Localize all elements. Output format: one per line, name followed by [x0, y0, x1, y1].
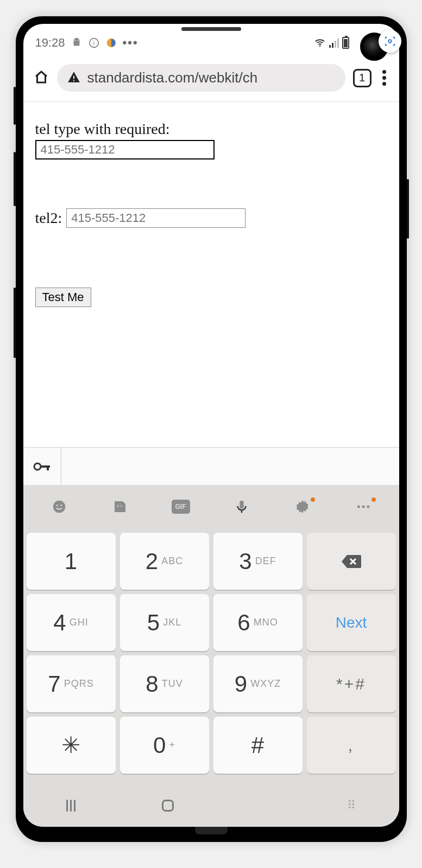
- key-✳[interactable]: ✳: [27, 717, 116, 774]
- key-3[interactable]: 3DEF: [213, 533, 303, 590]
- wifi-icon: [314, 37, 326, 49]
- browser-notif-icon: [105, 37, 117, 49]
- recents-button[interactable]: [66, 800, 75, 812]
- volume-down-button: [14, 288, 16, 358]
- page-content: tel type with required: tel2: Test Me: [23, 102, 399, 326]
- key-9[interactable]: 9WXYZ: [213, 655, 303, 712]
- svg-rect-11: [47, 465, 49, 470]
- svg-point-19: [357, 506, 360, 508]
- svg-point-15: [117, 506, 119, 507]
- home-icon[interactable]: [33, 69, 49, 87]
- volume-up-button: [14, 152, 16, 206]
- key-4[interactable]: 4GHI: [27, 594, 116, 651]
- browser-toolbar: standardista.com/webkit/ch 1: [23, 56, 399, 102]
- insecure-warning-icon: [67, 70, 81, 86]
- navigation-bar: ⠿: [23, 789, 399, 827]
- key-symbols[interactable]: ,: [307, 717, 396, 774]
- power-button: [407, 179, 409, 239]
- key-#[interactable]: #: [213, 717, 303, 774]
- tel1-label: tel type with required:: [35, 120, 387, 138]
- key-6[interactable]: 6MNO: [213, 594, 303, 651]
- svg-point-6: [319, 45, 320, 47]
- key-2[interactable]: 2ABC: [120, 533, 209, 590]
- bixby-button: [14, 87, 16, 125]
- battery-icon: [342, 37, 349, 49]
- svg-point-9: [34, 463, 41, 470]
- svg-point-12: [53, 501, 65, 513]
- svg-point-0: [388, 40, 392, 43]
- svg-rect-7: [73, 75, 74, 78]
- url-text: standardista.com/webkit/ch: [87, 69, 258, 86]
- tabs-button[interactable]: 1: [353, 69, 371, 87]
- more-icon[interactable]: [350, 499, 377, 515]
- info-icon: i: [88, 37, 100, 49]
- key-0[interactable]: 0+: [120, 717, 209, 774]
- lens-search-button[interactable]: [379, 30, 401, 53]
- status-time: 19:28: [35, 36, 65, 50]
- svg-rect-8: [73, 80, 74, 81]
- keyboard-switch-icon[interactable]: ⠿: [347, 799, 356, 813]
- android-debug-icon: [71, 37, 83, 49]
- svg-point-14: [60, 505, 62, 506]
- key-backspace[interactable]: [307, 533, 396, 590]
- svg-point-20: [362, 506, 364, 508]
- speaker-grille: [181, 27, 241, 31]
- key-8[interactable]: 8TUV: [120, 655, 209, 712]
- key-5[interactable]: 5JKL: [120, 594, 209, 651]
- svg-rect-17: [240, 501, 244, 509]
- more-notifications-icon: •••: [123, 36, 138, 50]
- gif-icon[interactable]: GIF: [167, 500, 194, 514]
- key-1[interactable]: 1: [27, 533, 116, 590]
- home-button[interactable]: [162, 800, 174, 812]
- key-next[interactable]: Next: [307, 594, 396, 651]
- emoji-icon[interactable]: [46, 499, 73, 515]
- submit-button[interactable]: Test Me: [35, 288, 91, 307]
- svg-point-16: [121, 506, 122, 507]
- sticker-icon[interactable]: [106, 499, 134, 515]
- svg-point-2: [77, 40, 78, 41]
- password-key-icon[interactable]: [23, 448, 61, 485]
- menu-button[interactable]: [379, 70, 389, 86]
- tel2-label: tel2:: [35, 209, 62, 227]
- keyboard-toolbar: GIF: [23, 485, 399, 528]
- mic-icon[interactable]: [228, 499, 255, 515]
- tel2-input[interactable]: [66, 208, 245, 228]
- usb-cable: [195, 827, 228, 834]
- svg-point-21: [367, 506, 369, 508]
- tel1-input[interactable]: [35, 140, 215, 159]
- settings-icon[interactable]: [289, 499, 316, 515]
- svg-text:i: i: [93, 40, 94, 46]
- tab-count: 1: [359, 72, 365, 84]
- svg-point-1: [74, 40, 75, 41]
- svg-point-13: [56, 505, 58, 506]
- key-7[interactable]: 7PQRS: [27, 655, 116, 712]
- address-bar[interactable]: standardista.com/webkit/ch: [57, 64, 345, 92]
- numeric-keypad: 12ABC3DEF4GHI5JKL6MNONext7PQRS8TUV9WXYZ*…: [23, 528, 399, 789]
- signal-icon: [329, 38, 339, 48]
- keyboard-suggestion-bar: [23, 447, 399, 485]
- key-symbols[interactable]: *+#: [307, 655, 396, 712]
